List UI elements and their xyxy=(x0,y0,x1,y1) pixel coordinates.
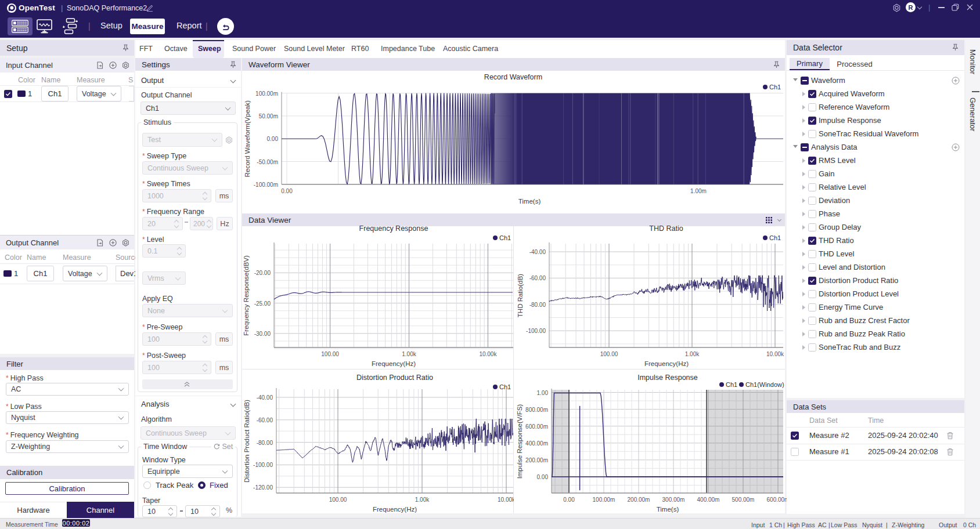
svg-text:-30.00: -30.00 xyxy=(254,331,271,337)
svg-text:THD Ratio(dB): THD Ratio(dB) xyxy=(517,274,524,318)
svg-text:600.00m: 600.00m xyxy=(767,497,790,503)
svg-text:200.00m: 200.00m xyxy=(525,457,548,463)
svg-text:Ch1(Window): Ch1(Window) xyxy=(745,381,784,388)
svg-text:Frequency(Hz): Frequency(Hz) xyxy=(644,360,689,367)
svg-text:Frequency Response(dBV): Frequency Response(dBV) xyxy=(243,255,250,336)
svg-text:-40.00: -40.00 xyxy=(257,394,273,401)
svg-text:1.00k: 1.00k xyxy=(415,497,430,503)
svg-text:10.00k: 10.00k xyxy=(498,497,514,503)
svg-text:10.00k: 10.00k xyxy=(766,351,784,357)
svg-text:Ch1: Ch1 xyxy=(499,234,511,241)
svg-text:0.00: 0.00 xyxy=(537,474,549,480)
svg-text:0.00: 0.00 xyxy=(267,136,279,142)
svg-text:1.00: 1.00 xyxy=(537,390,549,396)
svg-text:Frequency(Hz): Frequency(Hz) xyxy=(373,506,417,513)
svg-text:800.00m: 800.00m xyxy=(525,407,548,413)
svg-text:Time(s): Time(s) xyxy=(657,506,679,513)
svg-text:100.00m: 100.00m xyxy=(255,90,278,97)
svg-text:Record Waveform(Vpeak): Record Waveform(Vpeak) xyxy=(244,100,251,177)
svg-text:400.00m: 400.00m xyxy=(697,497,720,503)
svg-text:100.00: 100.00 xyxy=(600,351,618,357)
svg-text:50.00m: 50.00m xyxy=(259,113,278,119)
svg-text:Impulse Response: Impulse Response xyxy=(637,374,698,382)
svg-text:Ch1: Ch1 xyxy=(769,84,781,90)
svg-text:Impulse Response(V/FS): Impulse Response(V/FS) xyxy=(516,404,523,479)
svg-text:-80.00: -80.00 xyxy=(529,302,546,308)
svg-text:100.00: 100.00 xyxy=(329,497,347,503)
svg-text:Record Waveform: Record Waveform xyxy=(484,73,542,81)
svg-text:-60.00: -60.00 xyxy=(257,417,273,423)
svg-text:THD Ratio: THD Ratio xyxy=(649,225,683,233)
svg-text:200.00m: 200.00m xyxy=(628,497,650,503)
svg-text:500.00m: 500.00m xyxy=(732,497,755,503)
svg-text:1.00m: 1.00m xyxy=(690,188,707,194)
svg-text:-120.00: -120.00 xyxy=(253,484,273,491)
svg-text:400.00m: 400.00m xyxy=(525,440,548,447)
svg-text:-100.00: -100.00 xyxy=(526,328,546,334)
svg-text:Distortion Product Ratio: Distortion Product Ratio xyxy=(356,374,433,382)
svg-text:Ch1: Ch1 xyxy=(769,234,781,241)
svg-text:Time(s): Time(s) xyxy=(518,198,541,205)
svg-text:-25.00: -25.00 xyxy=(254,300,271,307)
svg-text:100.00: 100.00 xyxy=(321,351,339,357)
svg-text:-60.00: -60.00 xyxy=(529,275,546,281)
svg-text:-100.00m: -100.00m xyxy=(254,182,278,188)
svg-text:-20.00: -20.00 xyxy=(254,270,271,276)
svg-text:Frequency(Hz): Frequency(Hz) xyxy=(372,360,416,367)
svg-text:600.00m: 600.00m xyxy=(525,423,548,430)
svg-text:Distortion Product Ratio(dB): Distortion Product Ratio(dB) xyxy=(243,400,250,483)
svg-text:0.00: 0.00 xyxy=(563,497,575,503)
svg-text:10.00k: 10.00k xyxy=(479,351,497,357)
svg-text:-40.00: -40.00 xyxy=(529,249,546,255)
svg-text:-80.00: -80.00 xyxy=(257,440,273,446)
svg-text:1.00k: 1.00k xyxy=(685,351,700,357)
svg-text:-100.00: -100.00 xyxy=(253,462,273,468)
svg-text:300.00m: 300.00m xyxy=(662,497,685,503)
svg-text:1.00k: 1.00k xyxy=(402,351,416,357)
svg-text:Ch1: Ch1 xyxy=(726,381,737,388)
svg-text:0.00: 0.00 xyxy=(281,188,293,194)
svg-text:100.00m: 100.00m xyxy=(593,497,615,503)
svg-text:-50.00m: -50.00m xyxy=(257,159,278,165)
svg-text:Frequency Response: Frequency Response xyxy=(359,225,428,233)
svg-text:Ch1: Ch1 xyxy=(499,383,511,390)
